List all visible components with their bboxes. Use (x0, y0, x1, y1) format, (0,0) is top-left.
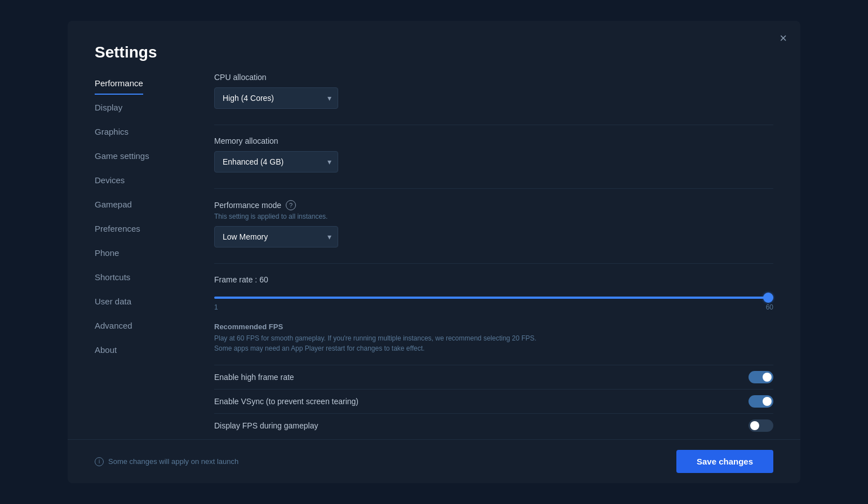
cpu-allocation-select-wrapper: High (4 Cores)Medium (2 Cores)Low (1 Cor… (214, 87, 338, 109)
content-area: CPU allocation High (4 Cores)Medium (2 C… (192, 73, 800, 439)
modal-body: PerformanceDisplayGraphicsGame settingsD… (68, 73, 800, 439)
footer-note-text: Some changes will apply on next launch (108, 457, 238, 466)
footer: i Some changes will apply on next launch… (68, 439, 800, 483)
frame-rate-title: Frame rate : 60 (214, 275, 773, 284)
recommended-fps-block: Recommended FPS Play at 60 FPS for smoot… (214, 322, 773, 353)
performance-mode-label-row: Performance mode ? (214, 200, 773, 210)
save-changes-button[interactable]: Save changes (676, 450, 773, 473)
cpu-allocation-label: CPU allocation (214, 73, 773, 82)
toggle-label-enable-high-frame-rate: Enable high frame rate (214, 373, 294, 382)
footer-note-icon: i (95, 457, 104, 466)
sidebar-item-performance[interactable]: Performance (95, 73, 143, 95)
performance-mode-select-wrapper: Low MemoryHigh PerformanceBalanced (214, 226, 338, 247)
recommended-fps-description: Play at 60 FPS for smooth gameplay. If y… (214, 333, 552, 353)
cpu-allocation-section: CPU allocation High (4 Cores)Medium (2 C… (214, 73, 773, 109)
toggle-track-enable-high-frame-rate (749, 371, 773, 383)
toggle-label-enable-vsync: Enable VSync (to prevent screen tearing) (214, 397, 358, 406)
frame-rate-slider[interactable] (214, 297, 773, 299)
slider-wrapper (214, 291, 773, 301)
memory-allocation-label: Memory allocation (214, 136, 773, 145)
toggle-track-enable-vsync (749, 395, 773, 408)
sidebar: PerformanceDisplayGraphicsGame settingsD… (68, 73, 192, 439)
toggle-thumb-enable-high-frame-rate (763, 373, 772, 382)
toggle-row-display-fps: Display FPS during gameplay (214, 413, 773, 437)
performance-mode-help-icon[interactable]: ? (286, 200, 296, 210)
sidebar-item-preferences[interactable]: Preferences (95, 218, 140, 240)
sidebar-item-display[interactable]: Display (95, 97, 122, 119)
sidebar-item-gamepad[interactable]: Gamepad (95, 194, 132, 216)
sidebar-item-shortcuts[interactable]: Shortcuts (95, 267, 130, 289)
slider-labels: 1 60 (214, 303, 773, 311)
sidebar-item-graphics[interactable]: Graphics (95, 121, 129, 143)
toggle-row-enable-high-frame-rate: Enable high frame rate (214, 365, 773, 389)
sidebar-item-user-data[interactable]: User data (95, 291, 131, 313)
recommended-fps-title: Recommended FPS (214, 322, 773, 331)
divider-3 (214, 263, 773, 264)
settings-modal: × Settings PerformanceDisplayGraphicsGam… (68, 21, 800, 483)
memory-allocation-select-wrapper: Enhanced (4 GB)Standard (2 GB)Low (1 GB) (214, 151, 338, 173)
sidebar-item-advanced[interactable]: Advanced (95, 315, 132, 337)
memory-allocation-select[interactable]: Enhanced (4 GB)Standard (2 GB)Low (1 GB) (214, 151, 338, 173)
performance-mode-label-text: Performance mode (214, 201, 281, 210)
performance-mode-select[interactable]: Low MemoryHigh PerformanceBalanced (214, 226, 338, 247)
cpu-allocation-select[interactable]: High (4 Cores)Medium (2 Cores)Low (1 Cor… (214, 87, 338, 109)
divider-1 (214, 125, 773, 125)
footer-note: i Some changes will apply on next launch (95, 457, 238, 466)
toggle-thumb-display-fps (750, 421, 759, 430)
toggle-display-fps[interactable] (749, 419, 773, 432)
sidebar-item-game-settings[interactable]: Game settings (95, 145, 149, 167)
sidebar-item-devices[interactable]: Devices (95, 170, 125, 192)
modal-title: Settings (68, 21, 800, 73)
slider-min-label: 1 (214, 303, 218, 311)
sidebar-item-about[interactable]: About (95, 339, 117, 361)
toggle-rows: Enable high frame rateEnable VSync (to p… (214, 365, 773, 437)
toggle-enable-high-frame-rate[interactable] (749, 371, 773, 383)
toggle-thumb-enable-vsync (763, 397, 772, 406)
toggle-enable-vsync[interactable] (749, 395, 773, 408)
performance-mode-section: Performance mode ? This setting is appli… (214, 200, 773, 247)
performance-mode-subtitle: This setting is applied to all instances… (214, 213, 773, 220)
divider-2 (214, 188, 773, 189)
frame-rate-section: Frame rate : 60 1 60 (214, 275, 773, 311)
sidebar-item-phone[interactable]: Phone (95, 242, 119, 264)
toggle-track-display-fps (749, 419, 773, 432)
memory-allocation-section: Memory allocation Enhanced (4 GB)Standar… (214, 136, 773, 173)
toggle-label-display-fps: Display FPS during gameplay (214, 421, 318, 430)
close-button[interactable]: × (780, 32, 787, 45)
toggle-row-enable-vsync: Enable VSync (to prevent screen tearing) (214, 389, 773, 413)
slider-max-label: 60 (766, 303, 773, 311)
